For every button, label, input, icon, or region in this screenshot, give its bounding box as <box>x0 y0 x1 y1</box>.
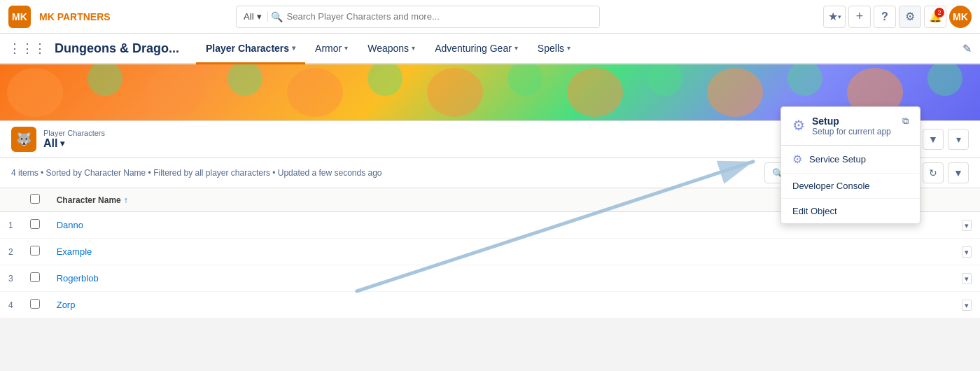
plus-icon: + <box>856 9 864 24</box>
col-expand <box>953 188 980 212</box>
row-check-1 <box>22 212 48 239</box>
nav-tab-armor[interactable]: Armor ▾ <box>305 34 358 64</box>
nav-tab-player-characters-chevron: ▾ <box>292 44 295 52</box>
row-checkbox-2[interactable] <box>30 246 40 255</box>
select-all-checkbox[interactable] <box>30 194 40 204</box>
character-link-example[interactable]: Example <box>57 246 92 257</box>
nav-tab-armor-chevron: ▾ <box>344 44 348 52</box>
row-num-2: 2 <box>0 239 22 265</box>
row-expand-1: ▾ <box>953 212 980 239</box>
utility-icons: ★ ▾ + ? ⚙ 🔔 2 MK <box>823 6 972 28</box>
row-expand-3: ▾ <box>953 265 980 292</box>
nav-tab-weapons-label: Weapons <box>368 43 409 54</box>
setup-gear-icon: ⚙ <box>792 117 805 134</box>
list-filter-icon: ▼ <box>953 167 963 178</box>
row-checkbox-1[interactable] <box>30 219 40 229</box>
search-scope-selector[interactable]: All ▾ <box>244 11 267 22</box>
app-logo: MK <box>8 6 31 28</box>
filter-icon: ▼ <box>928 134 938 145</box>
filter-info: 4 items • Sorted by Character Name • Fil… <box>11 168 382 178</box>
table-row: 4 Zorp ▾ <box>0 292 980 318</box>
help-button[interactable]: ? <box>874 6 896 28</box>
service-setup-icon: ⚙ <box>792 153 802 166</box>
nav-bar: ⋮⋮⋮ Dungeons & Drago... Player Character… <box>0 34 980 64</box>
row-num-4: 4 <box>0 292 22 318</box>
list-view-chevron: ▾ <box>60 139 64 148</box>
table-body: 1 Danno ▾ 2 <box>0 212 980 318</box>
list-refresh-button[interactable]: ↻ <box>923 162 944 183</box>
list-title-area: Player Characters All ▾ <box>43 129 830 150</box>
row-expand-btn-4[interactable]: ▾ <box>962 300 972 311</box>
list-object-icon: 🐺 <box>11 127 36 152</box>
filter-info-text: 4 items • Sorted by Character Name • Fil… <box>11 168 382 178</box>
expand-view-button[interactable]: ▾ <box>948 129 969 150</box>
nav-app-title: Dungeons & Drago... <box>55 41 179 56</box>
row-expand-btn-2[interactable]: ▾ <box>962 246 972 258</box>
filter-button[interactable]: ▼ <box>923 129 944 150</box>
nav-tab-player-characters-label: Player Characters <box>206 43 289 54</box>
row-num-3: 3 <box>0 265 22 292</box>
app-menu-icon[interactable]: ⋮⋮⋮ <box>8 41 46 56</box>
sort-up-icon[interactable]: ↑ <box>124 195 128 205</box>
nav-tab-weapons-chevron: ▾ <box>412 44 415 52</box>
setup-title: Setup <box>812 115 895 127</box>
service-setup-label: Service Setup <box>809 154 866 164</box>
edit-object-menu-item[interactable]: Edit Object <box>781 199 920 223</box>
table-row: 3 Rogerblob ▾ <box>0 265 980 292</box>
developer-console-label: Developer Console <box>792 181 870 191</box>
setup-menu-item[interactable]: ⚙ Setup Setup for current app ⧉ <box>781 107 920 146</box>
character-name-label: Character Name <box>57 195 121 205</box>
nav-tab-adventuring-gear[interactable]: Adventuring Gear ▾ <box>425 34 528 64</box>
character-link-zorp[interactable]: Zorp <box>57 300 76 310</box>
setup-dropdown-menu: ⚙ Setup Setup for current app ⧉ ⚙ Servic… <box>780 106 920 224</box>
row-check-3 <box>22 265 48 292</box>
row-name-4: Zorp <box>48 292 953 318</box>
setup-button[interactable]: ⚙ <box>899 6 921 28</box>
col-select-all <box>22 188 48 212</box>
row-num-1: 1 <box>0 212 22 239</box>
external-link-icon: ⧉ <box>902 115 909 127</box>
row-expand-4: ▾ <box>953 292 980 318</box>
notifications-button[interactable]: 🔔 2 <box>924 6 946 28</box>
list-refresh-icon: ↻ <box>929 167 937 178</box>
row-name-3: Rogerblob <box>48 265 953 292</box>
table-row: 2 Example ▾ <box>0 239 980 265</box>
gear-icon: ⚙ <box>905 10 915 23</box>
expand-icon: ▾ <box>956 134 961 145</box>
question-icon: ? <box>881 10 888 23</box>
row-expand-btn-3[interactable]: ▾ <box>962 273 972 284</box>
character-link-rogerblob[interactable]: Rogerblob <box>57 273 99 284</box>
utility-bar: MK MK PARTNERS All ▾ 🔍 ★ ▾ + ? ⚙ 🔔 2 MK <box>0 0 980 34</box>
row-check-4 <box>22 292 48 318</box>
add-button[interactable]: + <box>848 6 871 28</box>
star-icon: ★ <box>828 10 838 23</box>
nav-tab-player-characters[interactable]: Player Characters ▾ <box>196 34 305 64</box>
notification-badge: 2 <box>934 8 944 18</box>
setup-text-area: Setup Setup for current app <box>812 115 895 136</box>
app-name: MK PARTNERS <box>39 11 111 22</box>
row-checkbox-4[interactable] <box>30 299 40 309</box>
list-view-selector[interactable]: All ▾ <box>43 137 830 150</box>
nav-tab-adventuring-gear-label: Adventuring Gear <box>435 43 512 54</box>
global-search-bar: All ▾ 🔍 <box>236 6 600 28</box>
favorites-button[interactable]: ★ ▾ <box>823 6 846 28</box>
nav-edit-icon[interactable]: ✎ <box>962 42 972 55</box>
col-num <box>0 188 22 212</box>
character-link-danno[interactable]: Danno <box>57 220 83 230</box>
row-expand-2: ▾ <box>953 239 980 265</box>
content-wrapper: 🐺 Player Characters All ▾ 📌 New ↻ <box>0 64 980 371</box>
row-checkbox-3[interactable] <box>30 272 40 282</box>
nav-tab-armor-label: Armor <box>315 43 342 54</box>
global-search-input[interactable] <box>287 11 593 22</box>
row-check-2 <box>22 239 48 265</box>
nav-tab-spells[interactable]: Spells ▾ <box>528 34 580 64</box>
list-filter-button[interactable]: ▼ <box>948 162 969 183</box>
row-name-2: Example <box>48 239 953 265</box>
user-avatar[interactable]: MK <box>949 6 972 28</box>
list-object-name: Player Characters <box>43 129 830 137</box>
service-setup-menu-item[interactable]: ⚙ Service Setup <box>781 146 920 174</box>
row-expand-btn-1[interactable]: ▾ <box>962 220 972 231</box>
developer-console-menu-item[interactable]: Developer Console <box>781 174 920 199</box>
setup-subtitle: Setup for current app <box>812 127 895 136</box>
nav-tab-weapons[interactable]: Weapons ▾ <box>358 34 425 64</box>
